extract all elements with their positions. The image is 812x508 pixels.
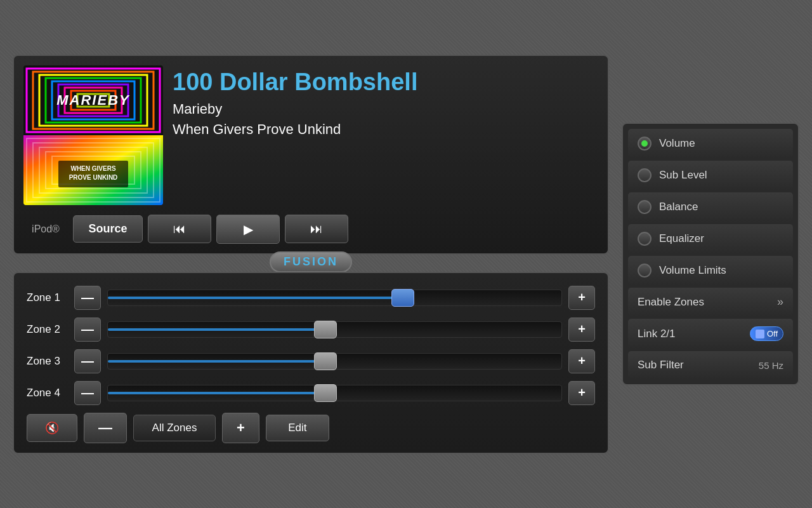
zone2-plus-button[interactable]: +	[568, 318, 595, 342]
volume-limits-label: Volume Limits	[659, 264, 726, 277]
track-info: 100 Dollar Bombshell Marieby When Givers…	[173, 65, 598, 138]
prev-icon: ⏮	[173, 222, 186, 236]
zone3-slider[interactable]	[107, 353, 562, 370]
equalizer-label: Equalizer	[659, 232, 704, 245]
equalizer-radio	[638, 232, 652, 246]
track-title: 100 Dollar Bombshell	[173, 69, 598, 96]
zone4-row: Zone 4 — +	[27, 381, 595, 405]
edit-button[interactable]: Edit	[266, 415, 329, 441]
zone-bottom-controls: 🔇 — All Zones + Edit	[27, 413, 595, 443]
source-button[interactable]: Source	[73, 215, 143, 243]
balance-radio	[638, 200, 652, 214]
sub-level-radio	[638, 168, 652, 182]
zone1-slider[interactable]	[107, 290, 562, 306]
volume-limits-item[interactable]: Volume Limits	[628, 256, 793, 285]
mute-icon: 🔇	[45, 422, 59, 434]
play-icon: ▶	[244, 222, 253, 237]
zone2-minus-button[interactable]: —	[74, 318, 101, 342]
balance-label: Balance	[659, 201, 698, 213]
next-icon: ⏭	[310, 222, 323, 236]
link-toggle[interactable]: Off	[750, 326, 783, 341]
fusion-bar: FUSION	[13, 251, 609, 272]
player-section: MARIEBY	[13, 55, 609, 255]
zone3-minus-button[interactable]: —	[74, 349, 101, 373]
balance-item[interactable]: Balance	[628, 192, 793, 222]
volume-item[interactable]: Volume	[628, 129, 793, 158]
svg-text:MARIEBY: MARIEBY	[56, 92, 130, 108]
enable-zones-label: Enable Zones	[638, 296, 704, 309]
zone2-slider[interactable]	[107, 321, 562, 338]
all-zones-label: All Zones	[133, 415, 216, 441]
play-button[interactable]: ▶	[216, 215, 280, 244]
player-controls: iPod® Source ⏮ ▶ ⏭	[23, 211, 598, 244]
sub-level-label: Sub Level	[659, 169, 707, 182]
track-artist: Marieby	[173, 101, 598, 117]
zone3-plus-button[interactable]: +	[568, 349, 595, 373]
zone2-row: Zone 2 — +	[27, 318, 595, 342]
mute-button[interactable]: 🔇	[27, 414, 77, 442]
zone3-row: Zone 3 — +	[27, 349, 595, 373]
link-off-label: Off	[767, 329, 778, 338]
link-label: Link 2/1	[638, 328, 676, 340]
zone4-minus-button[interactable]: —	[74, 381, 101, 405]
enable-zones-item[interactable]: Enable Zones »	[628, 288, 793, 316]
sub-filter-label: Sub Filter	[638, 359, 684, 371]
svg-text:WHEN GIVERS: WHEN GIVERS	[70, 165, 115, 172]
zone1-plus-button[interactable]: +	[568, 286, 595, 310]
next-button[interactable]: ⏭	[285, 215, 348, 243]
zone1-minus-button[interactable]: —	[74, 286, 101, 310]
fusion-logo: FUSION	[270, 251, 352, 272]
zone-section: Zone 1 — + Zone 2 — + Zone 3 —	[13, 272, 609, 454]
album-art: MARIEBY	[23, 65, 163, 205]
sub-level-item[interactable]: Sub Level	[628, 161, 793, 190]
all-zones-minus-button[interactable]: —	[84, 413, 127, 443]
zone2-label: Zone 2	[27, 323, 68, 336]
zone4-label: Zone 4	[27, 387, 68, 399]
volume-radio	[638, 137, 652, 150]
chevrons-right-icon: »	[777, 295, 783, 309]
zone1-label: Zone 1	[27, 291, 68, 304]
track-album: When Givers Prove Unkind	[173, 121, 598, 138]
zone4-plus-button[interactable]: +	[568, 381, 595, 405]
toggle-handle	[756, 330, 764, 338]
sub-filter-item[interactable]: Sub Filter 55 Hz	[628, 351, 793, 379]
sub-filter-value: 55 Hz	[759, 360, 783, 371]
link-zones-item[interactable]: Link 2/1 Off	[628, 319, 793, 349]
volume-limits-radio	[638, 264, 652, 277]
zone1-row: Zone 1 — +	[27, 286, 595, 310]
svg-text:PROVE UNKIND: PROVE UNKIND	[69, 174, 118, 181]
prev-button[interactable]: ⏮	[148, 215, 211, 243]
right-panel: Volume Sub Level Balance Equalizer Volum…	[622, 123, 799, 385]
zone4-slider[interactable]	[107, 385, 562, 401]
source-type-label: iPod®	[23, 224, 68, 235]
zone3-label: Zone 3	[27, 355, 68, 368]
volume-label: Volume	[659, 137, 695, 150]
all-zones-plus-button[interactable]: +	[222, 413, 259, 443]
equalizer-item[interactable]: Equalizer	[628, 224, 793, 253]
